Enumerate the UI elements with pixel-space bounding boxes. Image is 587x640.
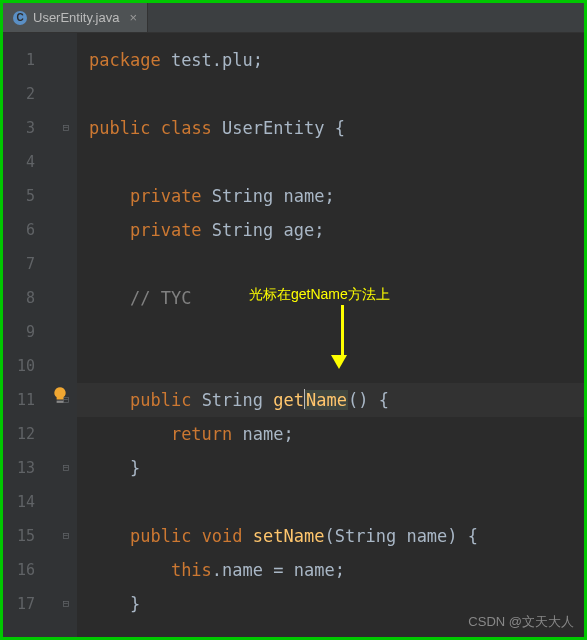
dot: . — [212, 560, 222, 580]
code-text: ) { — [447, 526, 478, 546]
brace: } — [130, 458, 140, 478]
field-name: name — [284, 186, 325, 206]
line-number: 7 — [15, 247, 35, 281]
keyword: public — [89, 118, 150, 138]
type: String — [212, 220, 273, 240]
text-cursor — [304, 389, 305, 409]
line-number: 4 — [15, 145, 35, 179]
comment: // TYC — [130, 288, 191, 308]
close-icon[interactable]: × — [129, 10, 137, 25]
tab-filename: UserEntity.java — [33, 10, 119, 25]
type: String — [335, 526, 396, 546]
line-number: 17 — [15, 587, 35, 621]
method-name: setName — [253, 526, 325, 546]
line-number: 11 — [15, 383, 35, 417]
keyword: private — [130, 186, 202, 206]
editor-body: 1 2 3 4 5 6 7 8 9 10 11 12 13 14 15 16 1… — [3, 33, 584, 637]
package-name: test.plu; — [161, 50, 263, 70]
line-number: 1 — [15, 43, 35, 77]
keyword: this — [171, 560, 212, 580]
fold-toggle-icon[interactable]: ⊟ — [55, 111, 77, 145]
method-name: Name — [305, 390, 348, 410]
fold-toggle-icon[interactable]: ⊟ — [55, 587, 77, 621]
identifier: name — [243, 424, 284, 444]
line-gutter: 1 2 3 4 5 6 7 8 9 10 11 12 13 14 15 16 1… — [3, 33, 55, 637]
fold-toggle-icon[interactable]: ⊟ — [55, 519, 77, 553]
brace: { — [324, 118, 344, 138]
field-name: name — [222, 560, 263, 580]
java-class-icon: C — [13, 11, 27, 25]
semicolon: ; — [284, 424, 294, 444]
line-number: 5 — [15, 179, 35, 213]
fold-column: ⊟ ⊟ ⊟ ⊟ ⊟ — [55, 33, 77, 637]
line-number: 2 — [15, 77, 35, 111]
semicolon: ; — [314, 220, 324, 240]
type: String — [202, 390, 263, 410]
semicolon: ; — [335, 560, 345, 580]
keyword: void — [202, 526, 243, 546]
keyword: public — [130, 390, 191, 410]
keyword: private — [130, 220, 202, 240]
line-number: 6 — [15, 213, 35, 247]
line-number: 3 — [15, 111, 35, 145]
tab-bar: C UserEntity.java × — [3, 3, 584, 33]
intention-bulb-icon[interactable] — [51, 381, 67, 397]
code-text: () { — [348, 390, 389, 410]
line-number: 13 — [15, 451, 35, 485]
param-name: name — [396, 526, 447, 546]
identifier: name — [294, 560, 335, 580]
annotation-text: 光标在getName方法上 — [249, 277, 390, 311]
keyword: class — [161, 118, 212, 138]
code-editor[interactable]: package test.plu; public class UserEntit… — [77, 33, 584, 637]
keyword: public — [130, 526, 191, 546]
line-number: 15 — [15, 519, 35, 553]
semicolon: ; — [324, 186, 334, 206]
line-number: 10 — [15, 349, 35, 383]
keyword: return — [171, 424, 232, 444]
line-number: 12 — [15, 417, 35, 451]
keyword: package — [89, 50, 161, 70]
class-name: UserEntity — [222, 118, 324, 138]
svg-rect-0 — [57, 401, 64, 403]
file-tab[interactable]: C UserEntity.java × — [3, 3, 148, 32]
field-name: age — [284, 220, 315, 240]
method-name: get — [273, 390, 304, 410]
type: String — [212, 186, 273, 206]
brace: } — [130, 594, 140, 614]
code-text: = — [263, 560, 294, 580]
paren: ( — [324, 526, 334, 546]
watermark-text: CSDN @文天大人 — [468, 613, 574, 631]
line-number: 9 — [15, 315, 35, 349]
line-number: 14 — [15, 485, 35, 519]
line-number: 16 — [15, 553, 35, 587]
line-number: 8 — [15, 281, 35, 315]
fold-toggle-icon[interactable]: ⊟ — [55, 451, 77, 485]
annotation-arrow-icon — [337, 305, 347, 369]
